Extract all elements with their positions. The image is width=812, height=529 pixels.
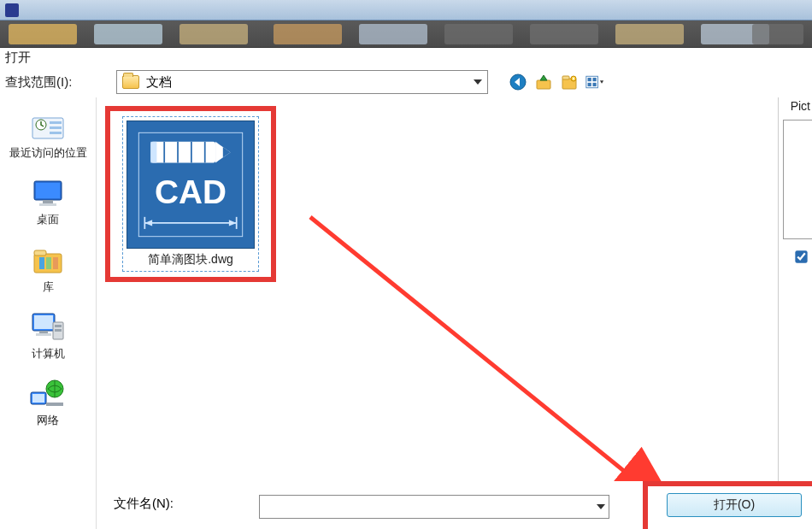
- nav-icons: [509, 73, 604, 91]
- svg-rect-26: [39, 331, 48, 333]
- svg-rect-7: [592, 78, 596, 81]
- filename-label: 文件名(N):: [114, 496, 174, 512]
- svg-rect-32: [32, 394, 44, 403]
- svg-rect-22: [46, 257, 51, 269]
- views-icon[interactable]: [585, 73, 604, 91]
- places-libraries[interactable]: 库: [0, 244, 96, 293]
- folder-icon: [122, 75, 139, 89]
- svg-rect-6: [588, 78, 591, 81]
- svg-rect-3: [562, 76, 569, 79]
- highlighted-open-button-frame: 打开(O): [643, 481, 812, 529]
- svg-rect-8: [588, 83, 591, 86]
- svg-marker-43: [223, 147, 231, 157]
- places-network-label: 网络: [37, 414, 59, 426]
- svg-rect-12: [50, 121, 62, 124]
- chevron-down-icon: [474, 79, 482, 85]
- lookin-row: 查找范围(I): 文档: [0, 67, 812, 97]
- places-desktop-label: 桌面: [37, 214, 59, 226]
- preview-panel: Pict: [778, 97, 812, 529]
- file-list-pane[interactable]: CAD 简单滴图块.dwg: [96, 97, 812, 529]
- places-computer-label: 计算机: [32, 348, 65, 360]
- svg-rect-38: [150, 142, 156, 163]
- preview-box: [783, 120, 812, 239]
- libraries-icon: [27, 244, 68, 278]
- preview-label: Pict: [791, 99, 812, 113]
- svg-rect-23: [53, 257, 58, 269]
- annotation-arrow: [216, 174, 695, 529]
- parent-app-toolbar: [0, 21, 812, 48]
- app-icon: [5, 3, 19, 17]
- places-bar: 最近访问的位置 桌面: [0, 97, 96, 529]
- svg-line-50: [310, 217, 669, 508]
- file-thumbnail: CAD: [127, 120, 255, 249]
- chevron-down-icon: [597, 504, 605, 509]
- open-button[interactable]: 打开(O): [667, 493, 802, 517]
- back-icon[interactable]: [509, 73, 527, 91]
- window-chrome-top: [0, 0, 812, 21]
- highlighted-file-item[interactable]: CAD 简单滴图块.dwg: [105, 106, 276, 282]
- main-area: 最近访问的位置 桌面: [0, 97, 812, 529]
- svg-rect-9: [592, 83, 596, 86]
- dialog-title: 打开: [0, 48, 812, 67]
- dialog-title-text: 打开: [5, 50, 31, 66]
- up-one-level-icon[interactable]: [534, 73, 553, 91]
- places-network[interactable]: 网络: [0, 377, 96, 426]
- lookin-dropdown[interactable]: 文档: [116, 70, 488, 94]
- computer-icon: [27, 310, 68, 344]
- open-button-label: 打开(O): [714, 497, 755, 513]
- svg-rect-30: [55, 329, 62, 332]
- preview-checkbox-input[interactable]: [795, 250, 807, 262]
- svg-rect-16: [36, 183, 60, 198]
- network-icon: [27, 377, 68, 411]
- svg-rect-17: [43, 200, 53, 203]
- svg-rect-1: [537, 80, 550, 89]
- preview-checkbox[interactable]: [796, 251, 807, 265]
- svg-rect-29: [55, 325, 62, 327]
- desktop-icon: [27, 176, 68, 210]
- svg-rect-21: [39, 257, 44, 269]
- svg-rect-20: [34, 250, 46, 256]
- recent-icon: [27, 109, 68, 144]
- lookin-selected-text: 文档: [146, 74, 474, 91]
- svg-marker-47: [144, 220, 152, 226]
- svg-rect-27: [36, 333, 51, 336]
- places-libraries-label: 库: [43, 281, 54, 293]
- svg-rect-13: [50, 126, 62, 129]
- svg-rect-25: [34, 315, 53, 329]
- places-recent-label: 最近访问的位置: [9, 147, 87, 159]
- svg-rect-14: [50, 132, 62, 134]
- filename-combobox[interactable]: [259, 495, 609, 519]
- svg-rect-36: [150, 142, 215, 163]
- thumb-text: CAD: [155, 173, 227, 210]
- svg-rect-18: [39, 203, 56, 206]
- bottom-row: 文件名(N): 打开(O): [97, 481, 812, 529]
- svg-rect-34: [46, 403, 63, 406]
- lookin-label: 查找范围(I):: [5, 74, 116, 91]
- places-computer[interactable]: 计算机: [0, 310, 96, 360]
- svg-marker-48: [229, 220, 237, 226]
- places-recent[interactable]: 最近访问的位置: [0, 109, 96, 159]
- places-desktop[interactable]: 桌面: [0, 176, 96, 226]
- file-item-label: 简单滴图块.dwg: [148, 252, 233, 267]
- new-folder-icon[interactable]: [560, 73, 579, 91]
